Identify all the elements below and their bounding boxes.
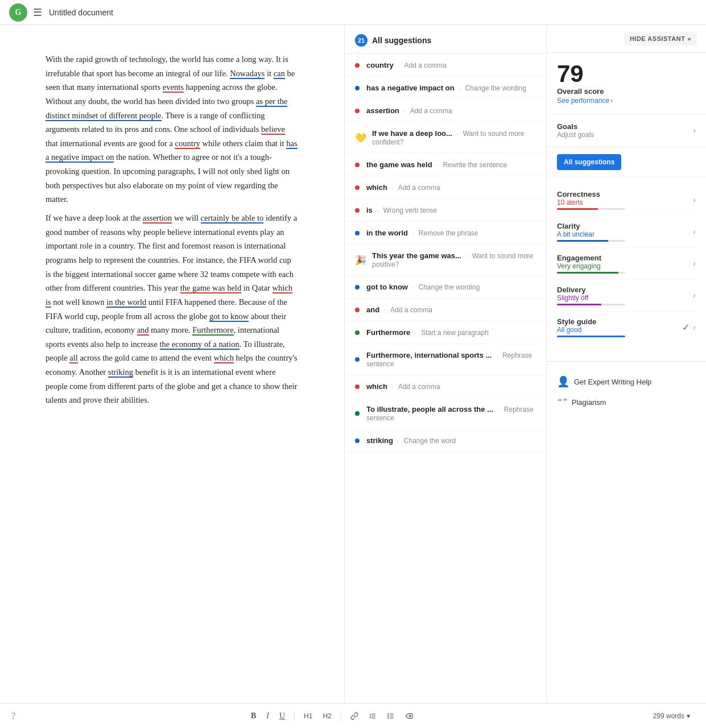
toolbar-divider-2 — [341, 711, 341, 721]
suggestion-sep: · — [494, 351, 500, 359]
suggestion-sep: · — [435, 160, 441, 169]
tab-all-suggestions[interactable]: All suggestions — [557, 154, 621, 170]
metric-chevron-icon: › — [693, 228, 696, 237]
suggestion-keyword: and — [366, 305, 379, 314]
suggestion-text: assertion · Add a comma — [366, 106, 536, 115]
goals-chevron-icon: › — [693, 126, 696, 135]
suggestion-item[interactable]: which · Add a comma — [345, 375, 546, 398]
help-icon[interactable]: ? — [11, 711, 15, 721]
paragraph-1[interactable]: With the rapid growth of technology, the… — [46, 52, 299, 206]
paragraph-2[interactable]: If we have a deep look at the assertion … — [46, 211, 299, 407]
suggestion-action: Change the wording — [419, 283, 480, 291]
suggestion-action: Add a comma — [398, 184, 440, 192]
suggestion-item[interactable]: assertion · Add a comma — [345, 100, 546, 122]
suggestion-action: Add a comma — [410, 107, 452, 115]
suggestion-keyword: If we have a deep loo... — [372, 129, 452, 138]
suggestion-item[interactable]: in the world · Remove the phrase — [345, 222, 546, 245]
suggestion-dot — [355, 86, 360, 90]
ol-icon — [369, 712, 377, 720]
metric-row-clarity[interactable]: ClarityA bit unclear› — [557, 216, 696, 248]
suggestion-item[interactable]: which · Add a comma — [345, 176, 546, 199]
hide-assistant-section: HIDE ASSISTANT » — [547, 25, 706, 53]
suggestion-dot — [355, 231, 360, 235]
suggestion-keyword: This year the game was... — [372, 251, 461, 260]
overall-score-label: Overall score — [557, 87, 696, 96]
suggestion-dot — [355, 163, 360, 167]
suggestion-text: This year the game was... · Want to soun… — [372, 251, 536, 268]
metric-row-style-guide[interactable]: Style guideAll good✓› — [557, 312, 696, 343]
goals-row[interactable]: Goals Adjust goals › — [557, 122, 696, 139]
suggestion-item[interactable]: 🎉This year the game was... · Want to sou… — [345, 245, 546, 276]
suggestion-sep: · — [410, 229, 416, 237]
svg-point-7 — [388, 715, 389, 716]
h2-button[interactable]: H2 — [319, 710, 335, 722]
see-performance-link[interactable]: See performance › — [557, 97, 696, 105]
suggestion-sep: · — [396, 61, 402, 69]
metric-row-engagement[interactable]: EngagementVery engaging› — [557, 248, 696, 280]
suggestion-item[interactable]: Furthermore, international sports ... · … — [345, 344, 546, 375]
suggestion-text: and · Add a comma — [366, 305, 536, 314]
goals-sub-label: Adjust goals — [557, 131, 594, 139]
metric-status: All good — [557, 326, 625, 334]
metric-row-correctness[interactable]: Correctness10 alerts› — [557, 184, 696, 216]
suggestion-keyword: country — [366, 61, 394, 69]
editor-content[interactable]: With the rapid growth of technology, the… — [46, 52, 299, 407]
document-title[interactable]: Untitled document — [49, 8, 113, 17]
clear-format-button[interactable] — [402, 710, 416, 722]
suggestion-item[interactable]: has a negative impact on · Change the wo… — [345, 77, 546, 100]
suggestion-item[interactable]: got to know · Change the wording — [345, 276, 546, 299]
suggestions-panel: 21 All suggestions country · Add a comma… — [345, 25, 547, 703]
metric-status: 10 alerts — [557, 198, 625, 206]
suggestion-keyword: Furthermore — [366, 328, 410, 337]
suggestion-keyword: got to know — [366, 283, 408, 291]
suggestion-text: which · Add a comma — [366, 183, 536, 192]
suggestion-text: Furthermore · Start a new paragraph — [366, 328, 536, 337]
tabs-section: All suggestions — [547, 147, 706, 177]
suggestion-sep: · — [395, 436, 402, 445]
footer-toolbar: ? B I U H1 H2 299 words ▾ — [0, 703, 706, 728]
suggestion-item[interactable]: and · Add a comma — [345, 299, 546, 321]
suggestion-item[interactable]: country · Add a comma — [345, 54, 546, 77]
suggestion-item[interactable]: striking · Change the word — [345, 429, 546, 452]
unordered-list-button[interactable] — [383, 710, 398, 722]
main-layout: With the rapid growth of technology, the… — [0, 25, 706, 703]
suggestion-action: Add a comma — [398, 383, 440, 391]
goals-section[interactable]: Goals Adjust goals › — [547, 114, 706, 147]
get-expert-writing-help[interactable]: 👤 Get Expert Writing Help — [557, 371, 696, 392]
suggestion-item[interactable]: is · Wrong verb tense — [345, 199, 546, 222]
suggestion-action: Change the wording — [465, 84, 526, 92]
suggestions-count: 21 — [355, 34, 368, 47]
plagiarism-item[interactable]: “” Plagiarism — [557, 392, 696, 412]
suggestion-sep: · — [455, 129, 461, 138]
suggestion-item[interactable]: the game was held · Rewrite the sentence — [345, 154, 546, 176]
suggestion-item[interactable]: Furthermore · Start a new paragraph — [345, 321, 546, 344]
bold-button[interactable]: B — [247, 709, 259, 723]
suggestion-item[interactable]: 💛If we have a deep loo... · Want to soun… — [345, 122, 546, 154]
word-count-button[interactable]: 299 words ▾ — [649, 710, 695, 722]
metric-name: Delivery — [557, 286, 625, 294]
suggestion-action: Add a comma — [404, 61, 447, 69]
h1-button[interactable]: H1 — [300, 710, 316, 722]
suggestion-keyword: the game was held — [366, 160, 432, 169]
suggestion-keyword: striking — [366, 436, 393, 445]
checkmark-icon: ✓ — [682, 322, 690, 333]
suggestion-item[interactable]: To illustrate, people all across the ...… — [345, 398, 546, 429]
metric-chevron-icon: › — [693, 323, 696, 332]
suggestion-action: Wrong verb tense — [383, 206, 437, 214]
menu-icon[interactable]: ☰ — [33, 6, 42, 19]
toolbar-left: B I U H1 H2 — [247, 709, 416, 723]
metric-row-delivery[interactable]: DeliverySlightly off› — [557, 280, 696, 312]
suggestion-dot — [355, 439, 360, 443]
underline-button[interactable]: U — [276, 709, 288, 723]
suggestion-keyword: Furthermore, international sports ... — [366, 351, 492, 359]
suggestion-keyword: is — [366, 206, 373, 214]
suggestion-dot — [355, 185, 360, 190]
suggestion-emoji: 🎉 — [355, 255, 366, 266]
editor-area[interactable]: With the rapid growth of technology, the… — [0, 25, 345, 703]
metric-bar — [557, 336, 625, 337]
suggestion-dot — [355, 411, 360, 416]
hide-assistant-button[interactable]: HIDE ASSISTANT » — [624, 32, 697, 46]
ordered-list-button[interactable] — [365, 710, 380, 722]
link-button[interactable] — [347, 710, 362, 722]
italic-button[interactable]: I — [263, 709, 273, 723]
